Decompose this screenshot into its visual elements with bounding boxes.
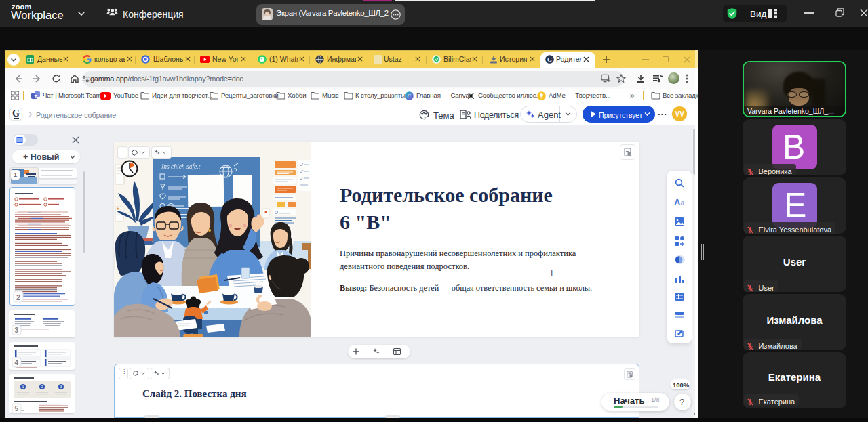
- svg-text:5: 5: [15, 405, 19, 413]
- svg-text:2: 2: [41, 385, 43, 389]
- svg-text:3: 3: [15, 326, 19, 334]
- svg-text:2: 2: [16, 293, 20, 301]
- svg-text:C: C: [408, 93, 412, 100]
- svg-text:3: 3: [60, 385, 62, 389]
- svg-text:T: T: [35, 93, 38, 100]
- svg-text:4: 4: [15, 359, 19, 366]
- svg-text:1: 1: [22, 385, 24, 389]
- svg-text:G: G: [547, 56, 552, 63]
- svg-text:Jns chleh safe.t: Jns chleh safe.t: [161, 163, 201, 170]
